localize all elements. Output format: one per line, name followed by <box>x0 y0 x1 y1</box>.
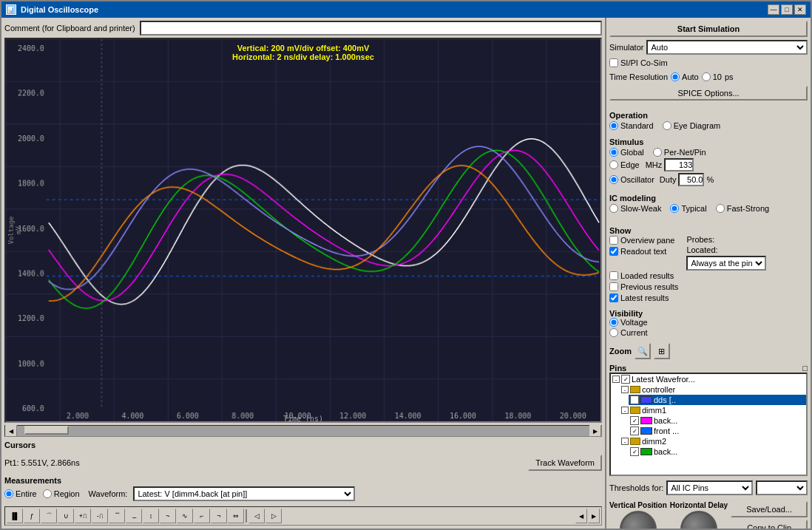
entire-radio[interactable] <box>4 489 13 498</box>
expand-icon-dimm2[interactable]: - <box>621 438 629 445</box>
horizontal-delay-knob[interactable] <box>680 511 717 529</box>
copy-to-clip-button[interactable]: Copy to Clip <box>731 520 808 529</box>
tree-checkbox-dds[interactable] <box>630 395 639 404</box>
tool-rms[interactable]: ∿ <box>177 509 193 523</box>
expand-icon-ctrl[interactable]: - <box>621 386 629 393</box>
tree-checkbox-back1[interactable] <box>630 416 639 425</box>
list-item[interactable]: back... <box>629 415 806 426</box>
list-item[interactable]: - Latest Wavefror... <box>611 374 806 384</box>
tool-freq[interactable]: ▐▌ <box>7 509 23 523</box>
slow-weak-radio[interactable] <box>609 204 618 213</box>
tool-period[interactable]: ƒ <box>24 509 40 523</box>
thresholds-select2[interactable] <box>756 480 808 495</box>
expand-icon[interactable]: - <box>612 376 620 383</box>
readout-text-checkbox[interactable] <box>609 247 618 256</box>
zoom-fit-button[interactable]: 🔍 <box>635 343 651 359</box>
time-res-auto-label[interactable]: Auto <box>671 72 699 81</box>
tool-neg-pulse[interactable]: -⎍ <box>92 509 108 523</box>
spice-options-button[interactable]: SPICE Options... <box>609 86 808 101</box>
tool-undershoot[interactable]: ¬ <box>211 509 227 523</box>
start-simulation-button[interactable]: Start Simulation <box>609 21 808 37</box>
overview-pane-checkbox[interactable] <box>609 236 618 245</box>
entire-radio-label[interactable]: Entire <box>4 489 37 498</box>
fast-strong-radio-label[interactable]: Fast-Strong <box>716 204 769 213</box>
tool-fall[interactable]: ∪ <box>58 509 74 523</box>
scroll-right-arrow[interactable]: ▶ <box>589 425 601 437</box>
voltage-radio[interactable] <box>609 318 618 327</box>
vertical-position-knob[interactable] <box>620 511 657 529</box>
maximize-button[interactable]: □ <box>781 4 793 15</box>
time-res-10-label[interactable]: 10 <box>702 72 722 81</box>
tool-overshoot[interactable]: ⌐ <box>194 509 210 523</box>
tool-low[interactable]: ⎽ <box>126 509 142 523</box>
time-res-ps-label: ps <box>725 72 734 81</box>
loaded-results-checkbox[interactable] <box>609 271 618 280</box>
oscillator-radio[interactable] <box>609 175 618 184</box>
edge-radio[interactable] <box>609 160 618 169</box>
close-button[interactable]: ✕ <box>794 4 806 15</box>
scroll-track[interactable] <box>17 426 589 436</box>
tree-checkbox-front[interactable] <box>630 427 639 435</box>
list-item[interactable]: dds [.. <box>629 395 806 405</box>
simulator-select[interactable]: Auto <box>646 40 808 55</box>
previous-results-checkbox[interactable] <box>609 282 618 291</box>
horizontal-delay-section: Horizontal Delay ▲ ▼ ns <box>670 501 728 529</box>
time-res-auto-radio[interactable] <box>671 72 680 81</box>
tree-checkbox[interactable] <box>621 375 630 384</box>
list-item[interactable]: back... <box>629 446 806 457</box>
tree-checkbox-back2[interactable] <box>630 447 639 456</box>
scroll-left-arrow[interactable]: ◀ <box>5 425 17 437</box>
scroll-thumb[interactable] <box>24 426 69 435</box>
eye-diagram-radio-label[interactable]: Eye Diagram <box>663 121 721 130</box>
tool-mean[interactable]: ~ <box>160 509 176 523</box>
list-item[interactable]: front ... <box>629 426 806 436</box>
time-res-10-radio[interactable] <box>702 72 711 81</box>
list-item[interactable]: - dimm1 <box>620 405 806 415</box>
tool-cursor-fwd[interactable]: ▷ <box>265 509 282 523</box>
latest-results-checkbox[interactable] <box>609 293 618 302</box>
located-select[interactable]: Always at the pin <box>686 256 766 271</box>
horizontal-scrollbar[interactable]: ◀ ▶ <box>4 425 602 437</box>
waveform-select[interactable]: Latest: V [dimm4.back [at pin]] <box>133 486 355 501</box>
save-load-button[interactable]: Save/Load... <box>731 501 808 517</box>
global-radio-label[interactable]: Global <box>609 148 644 157</box>
zoom-full-button[interactable]: ⊞ <box>654 343 670 359</box>
mhz-input[interactable]: 133 <box>664 158 694 171</box>
region-radio[interactable] <box>43 489 52 498</box>
track-waveform-button[interactable]: Track Waveform <box>528 455 602 471</box>
per-net-pin-radio[interactable] <box>653 148 662 157</box>
tool-amplitude[interactable]: ↕ <box>143 509 159 523</box>
voltage-radio-label[interactable]: Voltage <box>609 318 808 327</box>
fast-strong-radio[interactable] <box>716 204 725 213</box>
thresholds-select[interactable]: All IC Pins <box>666 480 753 495</box>
pins-tree[interactable]: - Latest Wavefror... - controller <box>609 373 808 476</box>
list-item[interactable]: - controller <box>620 384 806 395</box>
current-radio[interactable] <box>609 328 618 337</box>
comment-input[interactable] <box>140 21 602 35</box>
minimize-button[interactable]: — <box>768 4 779 15</box>
duty-input[interactable] <box>678 173 704 186</box>
tool-delay[interactable]: ⇔ <box>228 509 244 523</box>
expand-icon-dimm1[interactable]: - <box>621 407 629 414</box>
typical-radio-label[interactable]: Typical <box>670 204 706 213</box>
oscillator-radio-label[interactable]: Oscillator <box>609 175 654 184</box>
standard-radio-label[interactable]: Standard <box>609 121 654 130</box>
standard-radio[interactable] <box>609 121 618 130</box>
per-net-pin-radio-label[interactable]: Per-Net/Pin <box>653 148 706 157</box>
si-pi-cosim-checkbox[interactable] <box>609 58 618 67</box>
global-radio[interactable] <box>609 148 618 157</box>
tool-pos-pulse[interactable]: +⎍ <box>75 509 91 523</box>
current-radio-label[interactable]: Current <box>609 328 808 337</box>
slow-weak-radio-label[interactable]: Slow-Weak <box>609 204 661 213</box>
tools-scroll-left[interactable]: ◀ <box>575 509 587 523</box>
tool-high[interactable]: ⎺ <box>109 509 125 523</box>
loaded-results-label: Loaded results <box>620 271 674 280</box>
region-radio-label[interactable]: Region <box>43 489 80 498</box>
list-item[interactable]: - dimm2 <box>620 436 806 446</box>
typical-radio[interactable] <box>670 204 679 213</box>
tools-scroll-right[interactable]: ▶ <box>588 509 600 523</box>
edge-radio-label[interactable]: Edge <box>609 160 640 169</box>
eye-diagram-radio[interactable] <box>663 121 671 130</box>
tool-cursor-back[interactable]: ◁ <box>248 509 265 523</box>
tool-rise[interactable]: ⌒ <box>41 509 57 523</box>
